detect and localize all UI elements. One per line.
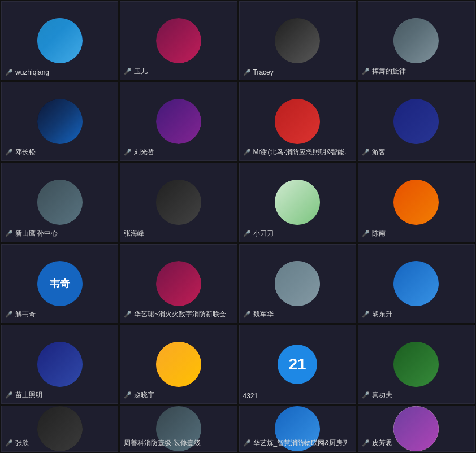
participant-name-bar: 4321 — [243, 392, 258, 400]
participant-avatar — [393, 261, 439, 306]
mic-icon: 🎤 — [124, 391, 132, 399]
participant-tile[interactable]: 🎤赵晓宇 — [120, 325, 237, 404]
participant-tile[interactable]: 周善科消防壹级-装修壹级 — [120, 406, 237, 452]
participant-name: 邓长松 — [15, 147, 36, 157]
participant-tile[interactable]: 🎤wuzhiqiang — [1, 1, 118, 80]
participant-tile[interactable]: 214321 — [239, 325, 356, 404]
participant-name: 刘光哲 — [134, 147, 154, 157]
participant-tile[interactable]: 韦奇🎤解韦奇 — [1, 244, 118, 323]
participant-name-bar: 🎤华艺炼_智慧消防物联网&厨房灭... — [243, 438, 348, 448]
participant-tile[interactable]: 🎤邓长松 — [1, 82, 118, 161]
participant-avatar: 韦奇 — [37, 261, 83, 306]
participant-tile[interactable]: 🎤玉儿 — [120, 1, 237, 80]
participant-tile[interactable]: 🎤苗土照明 — [1, 325, 118, 404]
participant-avatar — [37, 180, 83, 225]
participant-name: 真功夫 — [372, 390, 392, 400]
mic-icon: 🎤 — [362, 311, 370, 318]
participant-name-bar: 🎤邓长松 — [5, 147, 36, 157]
mic-icon: 🎤 — [243, 69, 251, 76]
participant-avatar — [156, 261, 201, 306]
participant-tile[interactable]: 🎤Mr谢(北鸟-消防应急照明&智能... — [239, 82, 356, 161]
mic-icon: 🎤 — [5, 69, 13, 76]
video-grid: 🎤wuzhiqiang🎤玉儿🎤Tracey🎤挥舞的旋律🎤邓长松🎤刘光哲🎤Mr谢(… — [0, 0, 476, 453]
mic-icon: 🎤 — [243, 149, 251, 156]
mic-icon: 🎤 — [124, 68, 132, 75]
mic-icon: 🎤 — [124, 149, 132, 156]
mic-icon: 🎤 — [5, 439, 13, 447]
mic-icon: 🎤 — [5, 391, 13, 399]
participant-tile[interactable]: 🎤刘光哲 — [120, 82, 237, 161]
participant-avatar — [275, 261, 320, 306]
participant-name: Mr谢(北鸟-消防应急照明&智能... — [253, 147, 348, 157]
participant-tile[interactable]: 🎤华艺珺~消火火数字消防新联会 — [120, 244, 237, 323]
participant-avatar — [275, 180, 320, 225]
participant-tile[interactable]: 🎤Tracey — [239, 1, 356, 80]
participant-name-bar: 🎤Tracey — [243, 68, 274, 76]
participant-name: 周善科消防壹级-装修壹级 — [124, 438, 201, 448]
participant-avatar — [393, 406, 439, 451]
participant-tile[interactable]: 🎤小刀刀 — [239, 163, 356, 242]
participant-name: 新山鹰 孙中心 — [15, 229, 58, 238]
participant-avatar — [37, 342, 83, 387]
participant-tile[interactable]: 🎤游客 — [358, 82, 475, 161]
participant-tile[interactable]: 🎤陈南 — [358, 163, 475, 242]
mic-icon: 🎤 — [243, 230, 251, 237]
participant-name-bar: 🎤wuzhiqiang — [5, 68, 49, 76]
participant-tile[interactable]: 🎤真功夫 — [358, 325, 475, 404]
participant-avatar — [393, 99, 439, 144]
participant-name: 玉儿 — [134, 67, 148, 76]
participant-name-bar: 🎤Mr谢(北鸟-消防应急照明&智能... — [243, 147, 348, 157]
mic-icon: 🎤 — [362, 439, 370, 447]
participant-name-bar: 🎤陈南 — [362, 229, 386, 238]
mic-icon: 🎤 — [5, 149, 13, 156]
participant-name: 赵晓宇 — [134, 390, 154, 400]
mic-icon: 🎤 — [5, 230, 13, 237]
mic-icon: 🎤 — [5, 311, 13, 318]
participant-tile[interactable]: 🎤魏军华 — [239, 244, 356, 323]
participant-name-bar: 🎤华艺珺~消火火数字消防新联会 — [124, 310, 226, 319]
mic-icon: 🎤 — [243, 439, 251, 447]
participant-name: Tracey — [253, 68, 274, 76]
participant-name: 华艺珺~消火火数字消防新联会 — [134, 310, 226, 319]
participant-name: 皮芳思 — [372, 438, 392, 448]
participant-tile[interactable]: 🎤华艺炼_智慧消防物联网&厨房灭... — [239, 406, 356, 452]
participant-tile[interactable]: 🎤新山鹰 孙中心 — [1, 163, 118, 242]
participant-name-bar: 🎤游客 — [362, 147, 386, 157]
participant-name-bar: 🎤玉儿 — [124, 67, 148, 76]
participant-name-bar: 🎤解韦奇 — [5, 310, 36, 319]
participant-name: 张欣 — [15, 438, 29, 448]
participant-avatar — [156, 180, 201, 225]
participant-name-bar: 🎤真功夫 — [362, 390, 392, 400]
participant-name-bar: 🎤魏军华 — [243, 310, 274, 319]
participant-tile[interactable]: 🎤挥舞的旋律 — [358, 1, 475, 80]
participant-tile[interactable]: 张海峰 — [120, 163, 237, 242]
participant-avatar — [37, 99, 83, 144]
participant-avatar — [275, 18, 320, 63]
participant-name: 解韦奇 — [15, 310, 36, 319]
participant-avatar — [275, 99, 320, 144]
participant-name-bar: 🎤小刀刀 — [243, 229, 274, 238]
participant-name-bar: 🎤胡东升 — [362, 310, 392, 319]
participant-tile[interactable]: 🎤皮芳思 — [358, 406, 475, 452]
participant-name-bar: 周善科消防壹级-装修壹级 — [124, 438, 201, 448]
number-badge: 21 — [278, 345, 317, 384]
participant-name: 华艺炼_智慧消防物联网&厨房灭... — [253, 438, 348, 448]
participant-name-bar: 张海峰 — [124, 229, 144, 238]
mic-icon: 🎤 — [124, 311, 132, 318]
mic-icon: 🎤 — [362, 230, 370, 237]
participant-name-bar: 🎤皮芳思 — [362, 438, 392, 448]
participant-avatar — [37, 18, 83, 63]
mic-icon: 🎤 — [362, 68, 370, 75]
participant-avatar — [156, 18, 201, 63]
participant-name: 张海峰 — [124, 229, 144, 238]
participant-name: wuzhiqiang — [15, 68, 49, 76]
participant-tile[interactable]: 🎤张欣 — [1, 406, 118, 452]
participant-avatar — [37, 406, 83, 451]
mic-icon: 🎤 — [362, 391, 370, 399]
participant-name-bar: 🎤张欣 — [5, 438, 29, 448]
participant-name-bar: 🎤赵晓宇 — [124, 390, 154, 400]
participant-name: 魏军华 — [253, 310, 274, 319]
participant-tile[interactable]: 🎤胡东升 — [358, 244, 475, 323]
participant-name: 陈南 — [372, 229, 386, 238]
participant-name: 小刀刀 — [253, 229, 274, 238]
